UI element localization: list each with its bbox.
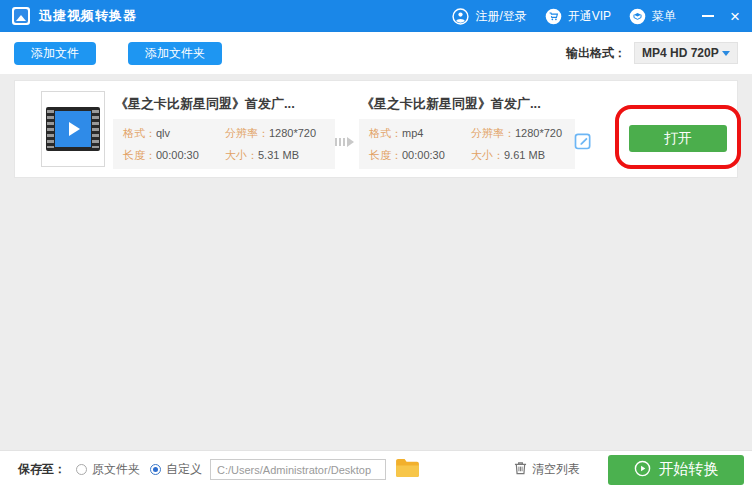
output-format-label: 输出格式： bbox=[566, 45, 626, 62]
dropdown-arrow-icon bbox=[722, 51, 730, 56]
target-resolution: 分辨率：1280*720 bbox=[471, 126, 565, 141]
save-path-input[interactable] bbox=[210, 459, 386, 480]
play-circle-icon bbox=[634, 460, 651, 480]
file-row: 《星之卡比新星同盟》首发广... 格式：qlv 分辨率：1280*720 长度：… bbox=[14, 80, 738, 178]
window-controls: × bbox=[702, 8, 740, 25]
source-file-title: 《星之卡比新星同盟》首发广... bbox=[115, 95, 295, 113]
film-strip-left bbox=[47, 110, 54, 148]
footer-bar: 保存至： 原文件夹 自定义 清空列表 开始转换 bbox=[0, 450, 752, 488]
source-size: 大小：5.31 MB bbox=[225, 148, 325, 163]
source-duration: 长度：00:00:30 bbox=[123, 148, 225, 163]
output-format-select[interactable]: MP4 HD 720P bbox=[634, 42, 738, 64]
menu-icon bbox=[629, 8, 646, 25]
add-folder-button[interactable]: 添加文件夹 bbox=[128, 42, 222, 65]
start-convert-button[interactable]: 开始转换 bbox=[608, 455, 744, 485]
app-logo-icon bbox=[12, 7, 30, 25]
titlebar-left: 迅捷视频转换器 bbox=[12, 7, 137, 25]
titlebar-right: 注册/登录 开通VIP 菜单 × bbox=[452, 8, 740, 25]
add-file-button[interactable]: 添加文件 bbox=[14, 42, 96, 65]
toolbar: 添加文件 添加文件夹 输出格式： MP4 HD 720P bbox=[0, 32, 752, 74]
login-label: 注册/登录 bbox=[475, 8, 526, 25]
convert-arrow-icon bbox=[335, 137, 354, 147]
menu-button[interactable]: 菜单 bbox=[629, 8, 676, 25]
app-title: 迅捷视频转换器 bbox=[39, 7, 137, 25]
vip-button[interactable]: 开通VIP bbox=[545, 8, 611, 25]
clear-list-label: 清空列表 bbox=[532, 461, 580, 478]
output-format-value: MP4 HD 720P bbox=[642, 46, 719, 60]
source-resolution: 分辨率：1280*720 bbox=[225, 126, 325, 141]
target-duration: 长度：00:00:30 bbox=[369, 148, 471, 163]
source-info-box: 格式：qlv 分辨率：1280*720 长度：00:00:30 大小：5.31 … bbox=[113, 119, 335, 169]
target-format: 格式：mp4 bbox=[369, 126, 471, 141]
clear-list-button[interactable]: 清空列表 bbox=[514, 461, 580, 478]
custom-folder-radio[interactable] bbox=[150, 464, 161, 475]
menu-label: 菜单 bbox=[652, 8, 676, 25]
file-list-area: 《星之卡比新星同盟》首发广... 格式：qlv 分辨率：1280*720 长度：… bbox=[0, 74, 752, 450]
login-button[interactable]: 注册/登录 bbox=[452, 8, 526, 25]
target-size: 大小：9.61 MB bbox=[471, 148, 565, 163]
app-window: 迅捷视频转换器 注册/登录 开通VIP 菜单 bbox=[0, 0, 752, 488]
trash-icon bbox=[514, 461, 527, 478]
cart-icon bbox=[545, 8, 562, 25]
folder-icon bbox=[395, 458, 420, 481]
original-folder-label[interactable]: 原文件夹 bbox=[92, 461, 140, 478]
vip-label: 开通VIP bbox=[568, 8, 611, 25]
target-info-box: 格式：mp4 分辨率：1280*720 长度：00:00:30 大小：9.61 … bbox=[359, 119, 575, 169]
play-icon bbox=[69, 122, 80, 136]
start-convert-label: 开始转换 bbox=[659, 460, 719, 479]
film-icon bbox=[46, 107, 100, 151]
minimize-button[interactable] bbox=[702, 15, 714, 17]
save-to-label: 保存至： bbox=[18, 461, 66, 478]
film-screen bbox=[55, 111, 91, 147]
film-strip-right bbox=[92, 110, 99, 148]
titlebar: 迅捷视频转换器 注册/登录 开通VIP 菜单 bbox=[0, 0, 752, 32]
custom-folder-label[interactable]: 自定义 bbox=[166, 461, 202, 478]
source-format: 格式：qlv bbox=[123, 126, 225, 141]
original-folder-radio[interactable] bbox=[76, 464, 87, 475]
close-button[interactable]: × bbox=[730, 8, 740, 25]
browse-folder-button[interactable] bbox=[395, 458, 420, 481]
user-icon bbox=[452, 8, 469, 25]
target-file-title: 《星之卡比新星同盟》首发广... bbox=[361, 95, 541, 113]
video-thumbnail bbox=[41, 91, 105, 167]
edit-icon[interactable] bbox=[573, 131, 593, 151]
open-button[interactable]: 打开 bbox=[629, 125, 727, 152]
